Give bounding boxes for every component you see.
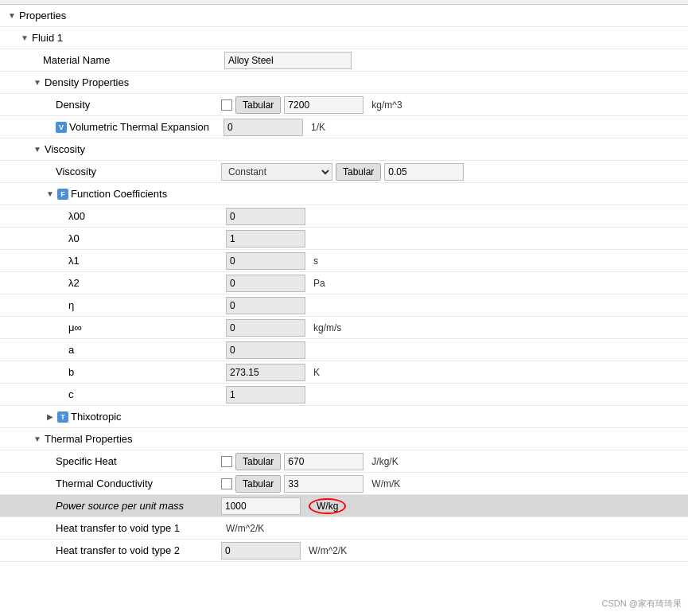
thermal-cond-checkbox[interactable] xyxy=(221,478,232,489)
viscosity-tabular-btn[interactable]: Tabular xyxy=(336,163,381,181)
row-heat-void1: Heat transfer to void type 1 W/m^2/K xyxy=(0,517,688,540)
row-eta: η xyxy=(0,294,688,317)
lambda1-unit: s xyxy=(313,255,318,267)
arrow-thermal-props[interactable]: ▼ xyxy=(32,434,43,445)
label-fluid1: Fluid 1 xyxy=(32,32,191,44)
viscosity-controls: Constant Tabular xyxy=(221,163,464,181)
lambda1-controls: s xyxy=(226,252,318,270)
label-vol-thermal: Volumetric Thermal Expansion xyxy=(69,121,217,133)
lambda2-unit: Pa xyxy=(313,278,325,289)
label-thermal-cond: Thermal Conductivity xyxy=(56,478,215,489)
heat-void1-unit: W/m^2/K xyxy=(226,523,264,534)
density-checkbox[interactable] xyxy=(221,99,232,111)
row-properties: ▼ Properties xyxy=(0,5,688,27)
row-specific-heat: Specific Heat Tabular J/kg/K xyxy=(0,450,688,473)
row-lambda0: λ0 xyxy=(0,228,688,250)
label-mu-inf: μ∞ xyxy=(68,322,220,333)
row-thixotropic: ▶ T Thixotropic xyxy=(0,406,688,428)
density-tabular-btn[interactable]: Tabular xyxy=(235,96,281,114)
power-source-controls: W/kg xyxy=(221,497,346,515)
row-viscosity: Viscosity Constant Tabular xyxy=(0,161,688,183)
arrow-func-coeff[interactable]: ▼ xyxy=(45,189,56,200)
specific-heat-controls: Tabular J/kg/K xyxy=(221,453,398,470)
label-lambda1: λ1 xyxy=(68,255,220,267)
viscosity-input[interactable] xyxy=(384,163,464,181)
arrow-fluid1[interactable]: ▼ xyxy=(19,33,30,44)
row-b-coeff: b K xyxy=(0,361,688,384)
row-mu-inf: μ∞ kg/m/s xyxy=(0,317,688,339)
vol-thermal-icon: V xyxy=(56,122,67,133)
label-viscosity: Viscosity xyxy=(56,166,215,177)
row-heat-void2: Heat transfer to void type 2 W/m^2/K xyxy=(0,540,688,562)
power-source-unit-circled: W/kg xyxy=(309,498,346,514)
lambda2-controls: Pa xyxy=(226,275,325,292)
specific-heat-checkbox[interactable] xyxy=(221,456,232,467)
row-func-coeff: ▼ F Function Coefficients xyxy=(0,183,688,205)
specific-heat-unit: J/kg/K xyxy=(371,456,398,467)
thermal-cond-tabular-btn[interactable]: Tabular xyxy=(235,475,281,493)
label-density-props: Density Properties xyxy=(45,76,204,88)
label-heat-void1: Heat transfer to void type 1 xyxy=(56,522,215,534)
label-lambda00: λ00 xyxy=(68,210,220,222)
heat-void1-controls: W/m^2/K xyxy=(221,523,264,534)
density-input[interactable] xyxy=(284,96,363,114)
thermal-cond-input[interactable] xyxy=(284,475,363,493)
label-b-coeff: b xyxy=(68,366,220,378)
arrow-density-props[interactable]: ▼ xyxy=(32,77,43,88)
heat-void2-controls: W/m^2/K xyxy=(221,542,347,559)
lambda2-input[interactable] xyxy=(226,275,305,292)
row-lambda1: λ1 s xyxy=(0,250,688,272)
lambda00-input[interactable] xyxy=(226,208,305,225)
heat-void2-input[interactable] xyxy=(221,542,301,559)
specific-heat-input[interactable] xyxy=(284,453,363,470)
label-lambda0: λ0 xyxy=(68,232,220,244)
row-power-source: Power source per unit mass W/kg xyxy=(0,495,688,517)
row-a-coeff: a xyxy=(0,339,688,361)
heat-void2-unit: W/m^2/K xyxy=(309,545,347,556)
b-coeff-controls: K xyxy=(226,364,320,381)
material-name-controls xyxy=(224,52,352,69)
row-vol-thermal: V Volumetric Thermal Expansion 1/K xyxy=(0,116,688,138)
material-name-input[interactable] xyxy=(224,52,352,69)
thixotropic-icon: T xyxy=(57,411,68,423)
power-source-input[interactable] xyxy=(221,497,301,515)
b-coeff-input[interactable] xyxy=(226,364,305,381)
density-unit: kg/m^3 xyxy=(371,99,402,111)
thermal-cond-unit: W/m/K xyxy=(371,478,400,489)
a-coeff-input[interactable] xyxy=(226,341,305,359)
lambda1-input[interactable] xyxy=(226,252,305,270)
arrow-thixotropic[interactable]: ▶ xyxy=(45,411,56,423)
eta-input[interactable] xyxy=(226,297,305,314)
specific-heat-tabular-btn[interactable]: Tabular xyxy=(235,453,281,470)
lambda0-input[interactable] xyxy=(226,230,305,248)
label-lambda2: λ2 xyxy=(68,277,220,289)
row-density: Density Tabular kg/m^3 xyxy=(0,94,688,116)
label-heat-void2: Heat transfer to void type 2 xyxy=(56,544,215,556)
label-specific-heat: Specific Heat xyxy=(56,455,215,467)
properties-panel: ▼ Properties ▼ Fluid 1 Material Name ▼ D… xyxy=(0,0,688,616)
watermark: CSDN @家有琦琦果 xyxy=(602,598,682,610)
label-density: Density xyxy=(56,99,215,111)
label-c-coeff: c xyxy=(68,388,220,400)
vol-thermal-unit: 1/K xyxy=(311,122,325,133)
mu-inf-input[interactable] xyxy=(226,319,305,337)
vol-thermal-input[interactable] xyxy=(224,119,303,136)
c-coeff-input[interactable] xyxy=(226,386,305,404)
label-thixotropic: Thixotropic xyxy=(71,411,230,423)
row-thermal-cond: Thermal Conductivity Tabular W/m/K xyxy=(0,473,688,495)
a-coeff-controls xyxy=(226,341,305,359)
b-coeff-unit: K xyxy=(313,367,320,378)
arrow-viscosity[interactable]: ▼ xyxy=(32,144,43,155)
thermal-cond-controls: Tabular W/m/K xyxy=(221,475,400,493)
mu-inf-controls: kg/m/s xyxy=(226,319,341,337)
eta-controls xyxy=(226,297,305,314)
density-controls: Tabular kg/m^3 xyxy=(221,96,402,114)
label-eta: η xyxy=(68,299,220,311)
viscosity-dropdown[interactable]: Constant xyxy=(221,163,332,181)
arrow-properties[interactable]: ▼ xyxy=(6,10,17,21)
label-func-coeff: Function Coefficients xyxy=(71,188,230,200)
row-lambda00: λ00 xyxy=(0,205,688,228)
c-coeff-controls xyxy=(226,386,305,404)
label-a-coeff: a xyxy=(68,344,220,356)
lambda00-controls xyxy=(226,208,305,225)
